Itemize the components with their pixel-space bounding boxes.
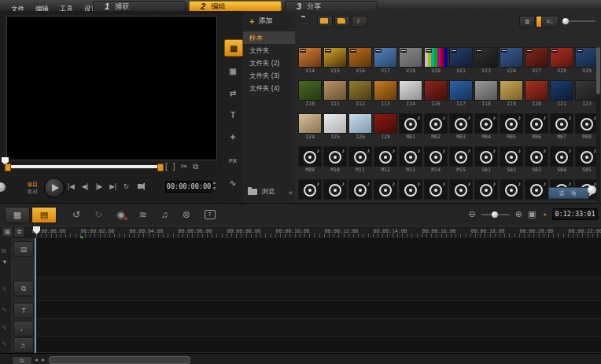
path-icon[interactable]: ∿ bbox=[224, 175, 242, 190]
trim-start-handle[interactable] bbox=[5, 164, 11, 171]
thumbnail-M14[interactable]: ♪ bbox=[424, 146, 448, 167]
timeline-zoom-knob[interactable] bbox=[492, 211, 498, 218]
thumbnail-I13[interactable] bbox=[374, 80, 397, 101]
ripple-edit-icon[interactable]: ≣ bbox=[13, 226, 25, 237]
thumbnail-I26[interactable] bbox=[348, 113, 372, 134]
step-tab-1[interactable]: 1捕获 bbox=[93, 1, 186, 12]
thumbnail-I24[interactable] bbox=[298, 113, 322, 134]
thumbnail-I21[interactable] bbox=[550, 80, 573, 101]
folder-item-2[interactable]: 文件夹 (2) bbox=[243, 57, 295, 69]
filter-audio-button[interactable]: ♪ bbox=[352, 16, 367, 28]
thumbnail-S05[interactable]: ♪ bbox=[575, 146, 599, 167]
thumbnail-I12[interactable] bbox=[348, 80, 372, 101]
video-track-swap-icon[interactable]: ⧉ bbox=[2, 248, 6, 256]
collapse-panel-icon[interactable]: « bbox=[289, 189, 293, 197]
filter-icon[interactable]: FX bbox=[224, 153, 242, 168]
zoom-out-icon[interactable]: ⊖ bbox=[469, 209, 476, 219]
overlay-track-lane[interactable] bbox=[36, 278, 601, 301]
thumbnail-V24[interactable] bbox=[500, 47, 523, 68]
overlay-track-option-icon[interactable]: ∿ bbox=[2, 285, 7, 292]
thumbnail-S01[interactable]: ♪ bbox=[474, 146, 498, 167]
volume-knob[interactable] bbox=[0, 182, 6, 192]
gallery-scrollbar-thumb[interactable] bbox=[596, 47, 600, 94]
thumbnail-M06[interactable]: ♪ bbox=[525, 113, 548, 134]
preview-video-area[interactable] bbox=[6, 16, 217, 160]
enlarge-preview-icon[interactable]: ⧉ bbox=[193, 162, 198, 171]
timecode-spinner[interactable]: ▲▼ bbox=[212, 180, 216, 191]
folder-item-1[interactable]: 文件夹 bbox=[243, 44, 295, 57]
thumbnail-row4[interactable]: ♪ bbox=[525, 179, 548, 200]
title-track-button[interactable]: T bbox=[13, 303, 34, 318]
preview-scrubber[interactable] bbox=[6, 165, 160, 168]
storyboard-view-button[interactable]: ▦ bbox=[5, 207, 30, 223]
track-manager-icon[interactable]: ▦ bbox=[2, 226, 13, 237]
list-view-button[interactable]: ≣ bbox=[519, 16, 535, 28]
sound-mixer-button[interactable]: ≋ bbox=[139, 209, 147, 220]
thumbnail-I19[interactable] bbox=[500, 80, 523, 101]
thumbnail-row4[interactable]: ♪ bbox=[399, 179, 422, 200]
title-track-option-icon[interactable]: ∿ bbox=[2, 306, 7, 313]
thumbnail-V17[interactable] bbox=[374, 47, 397, 68]
timeline-scrollbar-thumb[interactable] bbox=[49, 356, 190, 364]
thumbnail-M15[interactable]: ♪ bbox=[449, 146, 473, 167]
cut-clip-icon[interactable]: ✂ bbox=[181, 162, 187, 171]
timeline-ruler[interactable]: 00:00:00:0000:00:02:0000:00:04:0000:00:0… bbox=[0, 226, 601, 239]
thumbnail-I18[interactable] bbox=[474, 80, 498, 101]
play-button[interactable] bbox=[44, 178, 65, 198]
options-button[interactable]: 选 项 bbox=[548, 187, 589, 199]
sort-button[interactable]: ≡↓ bbox=[541, 16, 559, 28]
thumbnail-V23[interactable] bbox=[474, 47, 498, 68]
thumbnail-S04[interactable]: ♪ bbox=[550, 146, 573, 167]
scroll-left-icon[interactable]: ◂ bbox=[35, 356, 38, 363]
subtitle-editor-button[interactable]: T bbox=[205, 210, 216, 219]
graphic-icon[interactable]: ✦ bbox=[224, 129, 242, 145]
thumbnail-M13[interactable]: ♪ bbox=[399, 146, 422, 167]
thumbnail-V29[interactable] bbox=[575, 47, 599, 68]
music-track-button[interactable]: ♬ bbox=[13, 337, 34, 353]
filter-video-button[interactable] bbox=[317, 16, 333, 28]
project-duration-icon[interactable]: ◔ bbox=[541, 210, 547, 219]
voice-track-button[interactable]: ♩ bbox=[13, 321, 34, 336]
timeline-zoom-slider[interactable] bbox=[481, 214, 510, 215]
thumbnail-V27[interactable] bbox=[525, 47, 548, 68]
thumbnail-I29[interactable] bbox=[374, 113, 397, 134]
redo-button[interactable]: ↻ bbox=[94, 209, 102, 220]
add-folder-button[interactable]: + 添加 bbox=[249, 16, 272, 26]
end-button[interactable]: ▶| bbox=[109, 182, 116, 190]
timeline-view-button[interactable]: ▤ bbox=[31, 207, 57, 223]
thumbnail-M02[interactable]: ♪ bbox=[424, 113, 448, 134]
thumbnail-I11[interactable] bbox=[323, 80, 347, 101]
mark-out-icon[interactable]: ] bbox=[173, 162, 175, 171]
thumbnail-S03[interactable]: ♪ bbox=[525, 146, 548, 167]
thumbnail-I20[interactable] bbox=[525, 80, 548, 101]
thumbnail-V15[interactable] bbox=[323, 47, 347, 68]
undo-button[interactable]: ↺ bbox=[72, 209, 80, 220]
thumbnail-M05[interactable]: ♪ bbox=[500, 113, 523, 134]
thumbnail-M10[interactable]: ♪ bbox=[323, 146, 347, 167]
thumbnail-row4[interactable]: ♪ bbox=[500, 179, 523, 200]
track-expand-icon[interactable]: ▼ bbox=[2, 259, 8, 266]
home-button[interactable]: |◀ bbox=[68, 182, 75, 190]
thumbnail-I10[interactable] bbox=[298, 80, 322, 101]
title-icon[interactable]: T bbox=[224, 107, 242, 123]
thumbnail-V14[interactable] bbox=[298, 47, 322, 68]
thumbnail-M01[interactable]: ♪ bbox=[399, 113, 422, 134]
thumbnail-M11[interactable]: ♪ bbox=[348, 146, 372, 167]
slider-knob[interactable] bbox=[562, 18, 569, 24]
video-track-lane[interactable] bbox=[36, 238, 601, 278]
thumbnail-size-slider[interactable] bbox=[562, 20, 595, 22]
scroll-mode-button[interactable]: ⇆ bbox=[12, 356, 32, 364]
previous-frame-button[interactable]: ◀| bbox=[82, 182, 89, 190]
trim-end-handle[interactable] bbox=[157, 164, 164, 171]
thumbnail-I25[interactable] bbox=[323, 113, 347, 134]
fit-project-icon[interactable]: ▣ bbox=[528, 209, 536, 219]
step-tab-3[interactable]: 3分享 bbox=[285, 1, 378, 12]
thumbnail-I16[interactable] bbox=[424, 80, 448, 101]
scroll-right-icon[interactable]: ▸ bbox=[42, 356, 45, 363]
folder-item-3[interactable]: 文件夹 (3) bbox=[243, 69, 295, 82]
thumbnail-V28[interactable] bbox=[550, 47, 573, 68]
next-frame-button[interactable]: |▶ bbox=[96, 182, 103, 190]
mark-in-icon[interactable]: [ bbox=[165, 162, 168, 171]
thumbnail-I14[interactable] bbox=[399, 80, 422, 101]
thumbnail-row4[interactable]: ♪ bbox=[424, 179, 448, 200]
